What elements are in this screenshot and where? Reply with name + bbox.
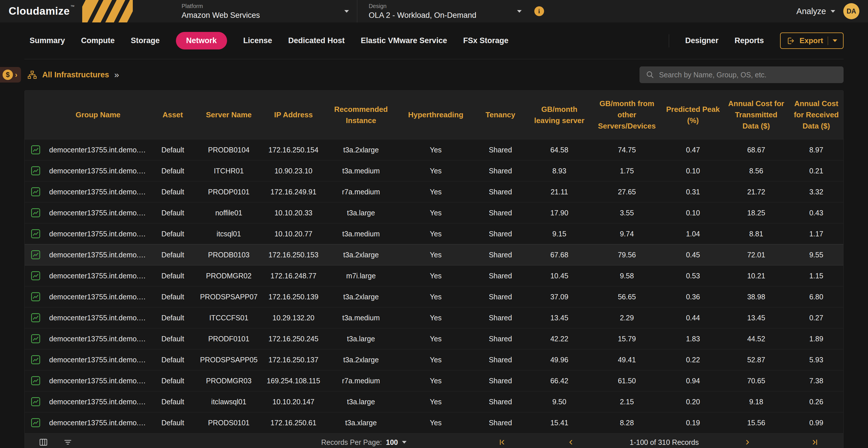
row-chart-button[interactable] [25, 287, 46, 307]
column-header-asset[interactable]: Asset [150, 91, 196, 140]
table-row[interactable]: democenter13755.int.demo.comDefaultPRODS… [25, 287, 843, 307]
table-cell: 8.93 [526, 160, 592, 181]
designer-link[interactable]: Designer [685, 36, 718, 45]
table-row[interactable]: democenter13755.int.demo.comDefaultITCCC… [25, 307, 843, 328]
table-cell: PRODMGR03 [196, 370, 262, 391]
table-cell: 5.93 [788, 349, 843, 370]
search-input[interactable] [659, 71, 837, 79]
table-cell: 0.43 [788, 203, 843, 223]
table-cell: 1.89 [788, 328, 843, 349]
cost-panel-toggle[interactable]: $ › [0, 67, 21, 83]
row-chart-button[interactable] [25, 370, 46, 391]
table-cell: 1.04 [661, 223, 724, 244]
platform-selector[interactable]: Platform Amazon Web Services [170, 0, 357, 23]
chevron-down-icon[interactable] [402, 441, 406, 444]
table-cell: 13.45 [526, 307, 592, 328]
search-icon [646, 70, 654, 79]
tab-compute[interactable]: Compute [81, 32, 115, 50]
column-header-ip-address[interactable]: IP Address [262, 91, 325, 140]
table-cell: 172.16.250.139 [262, 287, 325, 307]
table-row[interactable]: democenter13755.int.demo.comDefaultPRODP… [25, 181, 843, 203]
columns-settings-button[interactable] [39, 438, 48, 447]
table-cell: r7a.medium [325, 181, 397, 203]
column-header-server-name[interactable]: Server Name [196, 91, 262, 140]
table-cell: 68.67 [724, 140, 788, 160]
reports-link[interactable]: Reports [735, 36, 764, 45]
table-row[interactable]: democenter13755.int.demo.comDefaultPRODM… [25, 370, 843, 391]
analyze-menu[interactable]: Analyze [797, 7, 835, 16]
table-cell: Yes [397, 349, 474, 370]
table-cell: 79.56 [592, 244, 661, 265]
info-icon[interactable]: i [534, 6, 544, 16]
toolbar: $ › All Infrastructures » [0, 59, 868, 90]
row-chart-button[interactable] [25, 203, 46, 223]
column-header-gb-other[interactable]: GB/month from other Servers/Devices [592, 91, 661, 140]
records-per-page-label: Records Per Page: [321, 438, 382, 447]
column-header-annual-received[interactable]: Annual Cost for Received Data ($) [788, 91, 843, 140]
tab-storage[interactable]: Storage [131, 32, 160, 50]
table-cell: 0.31 [661, 181, 724, 203]
table-cell: democenter13755.int.demo.com [46, 328, 150, 349]
design-selector[interactable]: Design OLA 2 - Workload, On-Demand [357, 0, 530, 23]
row-chart-button[interactable] [25, 412, 46, 433]
row-chart-button[interactable] [25, 307, 46, 328]
last-page-button[interactable] [810, 438, 820, 447]
table-cell: 169.254.108.115 [262, 370, 325, 391]
table-cell: Default [150, 244, 196, 265]
next-page-button[interactable] [743, 438, 752, 447]
column-header-annual-transmitted[interactable]: Annual Cost for Transmitted Data ($) [724, 91, 788, 140]
table-row[interactable]: democenter13755.int.demo.comDefaultPRODM… [25, 265, 843, 287]
table-row[interactable]: democenter13755.int.demo.comDefaultPRODB… [25, 140, 843, 160]
table-cell: democenter13755.int.demo.com [46, 223, 150, 244]
table-cell: 9.18 [724, 391, 788, 412]
row-chart-button[interactable] [25, 181, 46, 203]
table-cell: r7a.medium [325, 370, 397, 391]
table-row[interactable]: democenter13755.int.demo.comDefaultPRODS… [25, 349, 843, 370]
analyze-label: Analyze [797, 7, 826, 16]
table-row[interactable]: democenter13755.int.demo.comDefaultnoffi… [25, 203, 843, 223]
records-per-page-value[interactable]: 100 [386, 438, 398, 447]
column-header-gb-leaving[interactable]: GB/month leaving server [526, 91, 592, 140]
tab-network[interactable]: Network [176, 32, 227, 50]
column-header-hyperthreading[interactable]: Hyperthreading [397, 91, 474, 140]
table-row[interactable]: democenter13755.int.demo.comDefaultitcsq… [25, 223, 843, 244]
table-cell: t3a.large [325, 203, 397, 223]
avatar[interactable]: DA [843, 3, 859, 19]
table-row[interactable]: democenter13755.int.demo.comDefaultPRODF… [25, 328, 843, 349]
previous-page-button[interactable] [566, 438, 576, 447]
row-chart-button[interactable] [25, 265, 46, 287]
breadcrumb[interactable]: All Infrastructures » [27, 70, 119, 80]
column-header-predicted-peak[interactable]: Predicted Peak (%) [661, 91, 724, 140]
table-row[interactable]: democenter13755.int.demo.comDefaultITCHR… [25, 160, 843, 181]
column-header-recommended-instance[interactable]: Recommended Instance [325, 91, 397, 140]
table-cell: 10.10.20.33 [262, 203, 325, 223]
column-header-group-name[interactable]: Group Name [46, 91, 150, 140]
chart-icon [30, 229, 41, 239]
column-header-tenancy[interactable]: Tenancy [474, 91, 526, 140]
filter-button[interactable] [63, 438, 72, 447]
table-cell: 1.15 [788, 265, 843, 287]
row-chart-button[interactable] [25, 223, 46, 244]
table-row[interactable]: democenter13755.int.demo.comDefaultPRODB… [25, 244, 843, 265]
table-cell: 13.45 [724, 307, 788, 328]
table-cell: itcsql01 [196, 223, 262, 244]
row-chart-button[interactable] [25, 328, 46, 349]
first-page-button[interactable] [497, 438, 506, 447]
row-chart-button[interactable] [25, 140, 46, 160]
tab-dedicated-host[interactable]: Dedicated Host [288, 32, 345, 50]
row-chart-button[interactable] [25, 349, 46, 370]
export-button[interactable]: Export [780, 32, 843, 49]
row-chart-button[interactable] [25, 391, 46, 412]
row-chart-button[interactable] [25, 244, 46, 265]
table-row[interactable]: democenter13755.int.demo.comDefaultPRODS… [25, 412, 843, 433]
tab-license[interactable]: License [243, 32, 272, 50]
table-cell: 10.45 [526, 265, 592, 287]
chart-icon [30, 145, 41, 155]
tab-summary[interactable]: Summary [30, 32, 65, 50]
tab-elastic-vmware-service[interactable]: Elastic VMware Service [361, 32, 447, 50]
table-row[interactable]: democenter13755.int.demo.comDefaultitcla… [25, 391, 843, 412]
table-columns-icon [39, 438, 48, 447]
tab-fsx-storage[interactable]: FSx Storage [463, 32, 508, 50]
chart-icon [30, 355, 41, 365]
row-chart-button[interactable] [25, 160, 46, 181]
